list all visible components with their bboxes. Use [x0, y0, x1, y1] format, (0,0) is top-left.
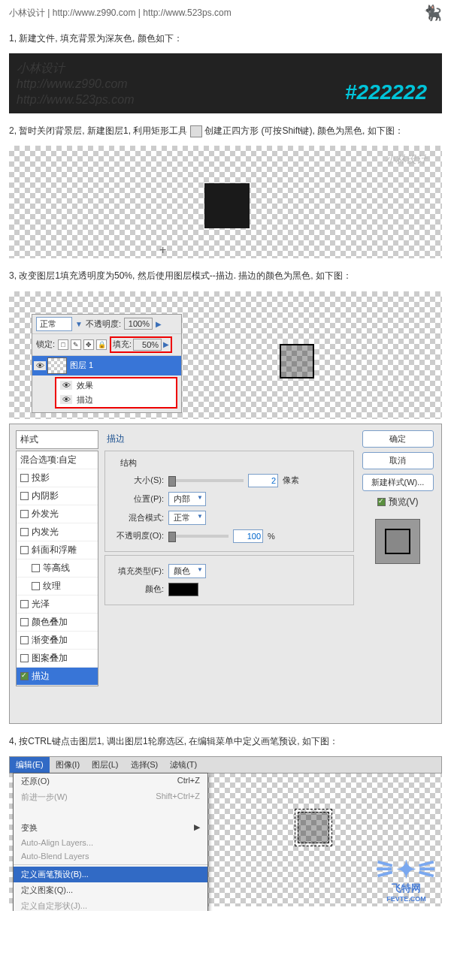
watermark-2: 小林设计 [385, 153, 427, 167]
opacity-input[interactable]: 100 [233, 529, 263, 543]
lock-icons[interactable]: □✎✥🔒 [58, 339, 107, 350]
blendmode-label: 混合模式: [111, 512, 164, 523]
dropdown-arrow-icon[interactable]: ▼ [75, 320, 83, 328]
style-item[interactable]: 等高线 [17, 559, 98, 577]
checkbox[interactable] [32, 564, 40, 572]
menu-filter[interactable]: 滤镜(T) [164, 757, 203, 773]
checkbox[interactable] [20, 600, 29, 608]
rectangle-tool-icon [190, 125, 202, 137]
style-item-stroke[interactable]: 描边 [17, 668, 98, 686]
style-item[interactable]: 纹理 [17, 577, 98, 596]
style-item[interactable]: 外发光 [17, 505, 98, 523]
layer-thumbnail[interactable] [47, 357, 67, 374]
checkbox[interactable] [20, 510, 29, 518]
structure-fieldset: 结构 大小(S): 2 像素 位置(P): 内部 混合模式: 正常 不透明度(O… [104, 451, 354, 552]
pct-label: % [268, 532, 275, 541]
layer-name: 图层 1 [70, 360, 93, 371]
visibility-icon[interactable]: 👁 [34, 361, 46, 370]
style-item[interactable]: 内阴影 [17, 487, 98, 505]
size-slider[interactable] [168, 479, 244, 482]
preview-checkbox[interactable] [377, 498, 386, 506]
style-item[interactable]: 图案叠加 [17, 650, 98, 668]
watermark: 小林设计 http://www.z990.com http://www.523p… [17, 61, 135, 107]
arrow-icon[interactable]: ▶ [163, 340, 169, 348]
style-item[interactable]: 内发光 [17, 523, 98, 541]
style-item[interactable]: 投影 [17, 469, 98, 487]
page-header: 小林设计 | http://www.z990.com | http://www.… [0, 0, 451, 26]
checkbox[interactable] [20, 654, 29, 662]
newstyle-button[interactable]: 新建样式(W)... [362, 474, 434, 491]
menu-autoblend: Auto-Blend Layers [14, 849, 207, 863]
blend-options-item[interactable]: 混合选项:自定 [17, 451, 98, 469]
styles-list: 混合选项:自定 投影 内阴影 外发光 内发光 斜面和浮雕 等高线 纹理 光泽 颜… [16, 451, 98, 686]
opacity-slider[interactable] [168, 535, 229, 538]
checkbox[interactable] [20, 546, 29, 554]
crosshair-icon: + [159, 243, 166, 257]
size-input[interactable]: 2 [248, 474, 278, 487]
checkbox[interactable] [32, 582, 40, 590]
step-1-text: 1, 新建文件, 填充背景为深灰色, 颜色如下： [9, 32, 442, 46]
arrow-icon[interactable]: ▶ [156, 320, 162, 328]
layer-row[interactable]: 👁 图层 1 [32, 356, 181, 375]
stroke-title: 描边 [104, 430, 354, 448]
step-3-text: 3, 改变图层1填充透明度为50%, 然后使用图层模式--描边. 描边的颜色为黑… [9, 269, 442, 283]
menu-define-pattern[interactable]: 定义图案(Q)... [14, 882, 207, 898]
effects-row[interactable]: 👁效果 [56, 378, 176, 393]
cat-icon: 🐈‍⬛ [423, 4, 442, 22]
opacity-input[interactable]: 100% [124, 318, 153, 330]
menu-undo[interactable]: 还原(O)Ctrl+Z [14, 773, 207, 789]
stroke-row[interactable]: 👁描边 [56, 393, 176, 407]
fill-highlight: 填充: 50% ▶ [110, 336, 172, 353]
fill-label: 填充: [113, 339, 132, 350]
position-select[interactable]: 内部 [168, 492, 206, 506]
position-label: 位置(P): [111, 493, 164, 505]
filltype-select[interactable]: 颜色 [168, 564, 206, 578]
styles-header[interactable]: 样式 [16, 430, 98, 449]
menu-separator [14, 864, 207, 865]
menu-image[interactable]: 图像(I) [50, 757, 86, 773]
effects-highlight: 👁效果 👁描边 [55, 377, 177, 409]
ok-button[interactable]: 确定 [362, 430, 434, 448]
result-square [280, 344, 314, 378]
menu-define-brush[interactable]: 定义画笔预设(B)... [14, 867, 207, 882]
blend-mode-select[interactable]: 正常 [36, 317, 72, 331]
logo-url: FEVTE.COM [374, 895, 438, 903]
menu-layer[interactable]: 图层(L) [86, 757, 124, 773]
canvas-step3: 正常 ▼ 不透明度: 100% ▶ 锁定: □✎✥🔒 填充: 50% ▶ 👁 图… [9, 291, 442, 419]
menu-define-shape: 定义自定形状(J)... [14, 898, 207, 911]
step-2-text-b: 创建正四方形 (可按Shift键), 颜色为黑色, 如下图： [204, 125, 404, 136]
fill-input[interactable]: 50% [133, 339, 162, 351]
blendmode-select[interactable]: 正常 [168, 511, 206, 525]
style-item[interactable]: 光泽 [17, 596, 98, 614]
canvas-step4: 编辑(E) 图像(I) 图层(L) 选择(S) 滤镜(T) 还原(O)Ctrl+… [9, 756, 442, 906]
step-1: 1, 新建文件, 填充背景为深灰色, 颜色如下： [0, 26, 451, 49]
layers-panel: 正常 ▼ 不透明度: 100% ▶ 锁定: □✎✥🔒 填充: 50% ▶ 👁 图… [32, 314, 182, 413]
checkbox[interactable] [20, 492, 29, 500]
opacity-row: 不透明度(O): 100 % [111, 527, 347, 545]
style-item[interactable]: 渐变叠加 [17, 632, 98, 650]
style-item[interactable]: 斜面和浮雕 [17, 541, 98, 559]
step-4-text: 4, 按CTRL键点击图层1, 调出图层1轮廓选区, 在编辑菜单中定义画笔预设,… [9, 734, 442, 749]
layer-style-dialog: 样式 混合选项:自定 投影 内阴影 外发光 内发光 斜面和浮雕 等高线 纹理 光… [9, 424, 442, 724]
step-3: 3, 改变图层1填充透明度为50%, 然后使用图层模式--描边. 描边的颜色为黑… [0, 263, 451, 286]
menu-select[interactable]: 选择(S) [125, 757, 165, 773]
logo-name: 飞特网 [374, 882, 438, 895]
visibility-icon[interactable]: 👁 [60, 395, 72, 404]
menu-transform[interactable]: 变换▶ [14, 820, 207, 836]
checkbox[interactable] [20, 528, 29, 536]
visibility-icon[interactable]: 👁 [60, 381, 72, 390]
credit-text: 小林设计 | http://www.z990.com | http://www.… [9, 7, 232, 20]
opacity-label: 不透明度: [86, 318, 121, 330]
menu-edit[interactable]: 编辑(E) [10, 757, 50, 773]
checkbox[interactable] [20, 474, 29, 482]
checkbox-checked[interactable] [20, 672, 29, 680]
size-row: 大小(S): 2 像素 [111, 472, 347, 490]
color-swatch[interactable] [168, 583, 198, 596]
blend-row: 正常 ▼ 不透明度: 100% ▶ [32, 315, 181, 334]
torn-edge [14, 805, 207, 820]
color-label: 颜色: [111, 583, 164, 595]
checkbox[interactable] [20, 618, 29, 626]
cancel-button[interactable]: 取消 [362, 452, 434, 469]
checkbox[interactable] [20, 636, 29, 644]
style-item[interactable]: 颜色叠加 [17, 614, 98, 632]
